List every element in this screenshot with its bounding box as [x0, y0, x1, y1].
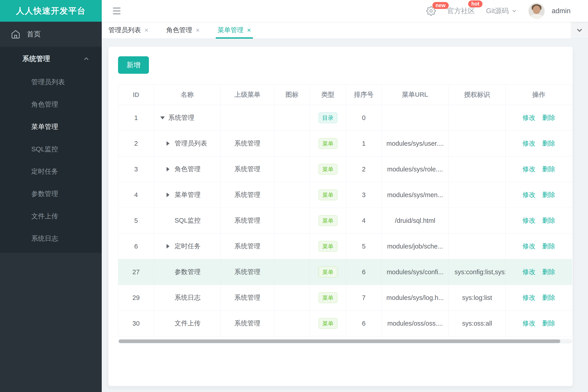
tab-close-icon[interactable]: ×	[247, 27, 251, 34]
cell-parent	[221, 105, 274, 131]
app-logo: 人人快速开发平台	[0, 0, 102, 22]
chevron-up-icon	[83, 55, 90, 62]
sidebar-section-system: 系统管理 管理员列表角色管理菜单管理SQL监控定时任务参数管理文件上传系统日志	[0, 47, 102, 253]
edit-link[interactable]: 修改	[522, 242, 535, 251]
cell-icon	[274, 234, 310, 259]
tab-close-icon[interactable]: ×	[144, 27, 149, 34]
username-label[interactable]: admin	[552, 7, 570, 15]
tab-菜单管理[interactable]: 菜单管理×	[218, 22, 251, 38]
cell-auth: sys:config:list,sys:.	[449, 259, 506, 285]
table-row[interactable]: 3角色管理系统管理菜单2modules/sys/role....修改删除	[118, 156, 572, 182]
cell-icon	[274, 285, 310, 311]
edit-link[interactable]: 修改	[522, 165, 535, 174]
sidebar-item-文件上传[interactable]: 文件上传	[0, 205, 102, 227]
tab-bar: 管理员列表×角色管理×菜单管理×	[102, 22, 588, 39]
sidebar-section-title[interactable]: 系统管理	[0, 47, 102, 71]
sidebar-item-参数管理[interactable]: 参数管理	[0, 182, 102, 205]
cell-url: modules/oss/oss....	[382, 311, 449, 336]
cell-auth: sys:oss:all	[449, 311, 506, 336]
tab-管理员列表[interactable]: 管理员列表×	[109, 22, 149, 38]
edit-link[interactable]: 修改	[522, 190, 535, 199]
tab-label: 管理员列表	[109, 26, 141, 35]
delete-link[interactable]: 删除	[542, 242, 555, 251]
git-source-dropdown[interactable]: Git源码	[486, 6, 517, 16]
column-header-菜单URL: 菜单URL	[382, 85, 449, 105]
horizontal-scrollbar[interactable]	[118, 339, 572, 344]
sidebar-item-SQL监控[interactable]: SQL监控	[0, 138, 102, 160]
settings-button[interactable]: new	[426, 6, 436, 16]
cell-actions: 修改删除	[506, 105, 572, 131]
cell-name: 角色管理	[154, 156, 221, 182]
sidebar-item-系统日志[interactable]: 系统日志	[0, 227, 102, 250]
tab-角色管理[interactable]: 角色管理×	[166, 22, 200, 38]
cell-id: 27	[118, 259, 154, 285]
tree-expand-icon[interactable]	[160, 116, 168, 119]
delete-link[interactable]: 删除	[542, 139, 555, 148]
table-row[interactable]: 30文件上传系统管理菜单6modules/oss/oss....sys:oss:…	[118, 311, 572, 336]
edit-link[interactable]: 修改	[522, 293, 535, 302]
column-header-ID: ID	[118, 85, 154, 105]
cell-icon	[274, 131, 310, 156]
cell-id: 6	[118, 234, 154, 259]
delete-link[interactable]: 删除	[542, 319, 555, 328]
main-area: new 官方社区 hot Git源码 admin 管理员列	[102, 0, 588, 392]
community-link[interactable]: 官方社区 hot	[447, 6, 475, 16]
delete-link[interactable]: 删除	[542, 113, 555, 122]
cell-auth	[449, 234, 506, 259]
cell-id: 2	[118, 131, 154, 156]
triangle-right-icon	[167, 244, 170, 248]
sidebar-item-管理员列表[interactable]: 管理员列表	[0, 71, 102, 93]
tree-expand-icon[interactable]	[167, 167, 175, 172]
delete-link[interactable]: 删除	[542, 165, 555, 174]
cell-url: modules/sys/men...	[382, 182, 449, 208]
edit-link[interactable]: 修改	[522, 216, 535, 225]
delete-link[interactable]: 删除	[542, 216, 555, 225]
table-row[interactable]: 2管理员列表系统管理菜单1modules/sys/user....修改删除	[118, 131, 572, 156]
hamburger-menu-icon[interactable]	[111, 5, 123, 16]
column-header-上级菜单: 上级菜单	[221, 85, 274, 105]
git-source-label: Git源码	[486, 6, 509, 16]
delete-link[interactable]: 删除	[542, 190, 555, 199]
edit-link[interactable]: 修改	[522, 268, 535, 276]
menu-name-label: 管理员列表	[175, 139, 207, 148]
table-row[interactable]: 29系统日志系统管理菜单7modules/sys/log.h...sys:log…	[118, 285, 572, 311]
scrollbar-thumb[interactable]	[119, 340, 560, 343]
menu-name-label: 定时任务	[175, 242, 201, 251]
delete-link[interactable]: 删除	[542, 293, 555, 302]
table-row[interactable]: 27参数管理系统管理菜单6modules/sys/confi...sys:con…	[118, 259, 572, 285]
cell-type: 菜单	[310, 285, 346, 311]
menu-name-label: 角色管理	[175, 165, 201, 174]
add-button[interactable]: 新增	[118, 56, 149, 74]
cell-url: modules/sys/log.h...	[382, 285, 449, 311]
type-badge: 菜单	[319, 318, 337, 329]
edit-link[interactable]: 修改	[522, 139, 535, 148]
home-icon	[11, 29, 21, 39]
tab-close-icon[interactable]: ×	[196, 27, 200, 34]
table-row[interactable]: 6定时任务系统管理菜单5modules/job/sche...修改删除	[118, 234, 572, 259]
avatar[interactable]	[528, 3, 545, 19]
sidebar-item-home[interactable]: 首页	[0, 22, 102, 47]
tree-expand-icon[interactable]	[167, 141, 175, 146]
tree-expand-icon[interactable]	[167, 193, 175, 197]
sidebar-item-角色管理[interactable]: 角色管理	[0, 93, 102, 116]
type-badge: 菜单	[319, 138, 337, 149]
cell-icon	[274, 259, 310, 285]
column-header-排序号: 排序号	[346, 85, 382, 105]
edit-link[interactable]: 修改	[522, 113, 535, 122]
table-row[interactable]: 1系统管理目录0修改删除	[118, 105, 572, 131]
delete-link[interactable]: 删除	[542, 268, 555, 276]
cell-order: 3	[346, 182, 382, 208]
edit-link[interactable]: 修改	[522, 319, 535, 328]
cell-url: modules/sys/role....	[382, 156, 449, 182]
tree-expand-icon[interactable]	[167, 244, 175, 248]
table-row[interactable]: 5SQL监控系统管理菜单4/druid/sql.html修改删除	[118, 208, 572, 234]
sidebar-item-定时任务[interactable]: 定时任务	[0, 160, 102, 182]
cell-actions: 修改删除	[506, 311, 572, 336]
tabbar-collapse-button[interactable]	[571, 22, 588, 38]
cell-id: 1	[118, 105, 154, 131]
cell-order: 7	[346, 285, 382, 311]
sidebar-item-菜单管理[interactable]: 菜单管理	[0, 116, 102, 138]
table-row[interactable]: 4菜单管理系统管理菜单3modules/sys/men...修改删除	[118, 182, 572, 208]
table-header-row: ID名称上级菜单图标类型排序号菜单URL授权标识操作	[118, 85, 572, 105]
type-badge: 菜单	[319, 266, 337, 277]
